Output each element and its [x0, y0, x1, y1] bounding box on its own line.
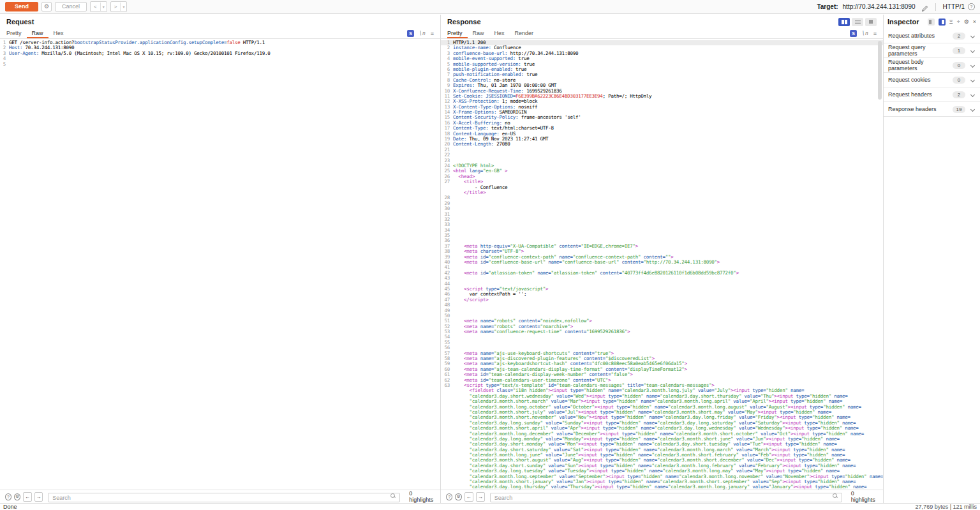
request-tab-list: PrettyRawHex [6, 30, 69, 38]
chevron-down-icon [970, 107, 975, 111]
search-prev-button[interactable]: ← [23, 492, 32, 502]
search-input[interactable] [490, 493, 842, 502]
syntax-highlight-icon[interactable]: S [407, 30, 414, 37]
inspector-panel: Inspector Ξ ÷ ⚙ × Request attributes2Req… [884, 15, 980, 503]
http-version-selector[interactable]: HTTP/1 [943, 3, 965, 10]
search-settings-icon[interactable]: ⚙ [14, 493, 20, 500]
code-line: 49 [441, 308, 883, 313]
prev-icon: < [91, 3, 101, 11]
request-editor[interactable]: 1GET /server-info.action?bootstrapStatus… [0, 39, 440, 490]
layout-columns-button[interactable] [838, 18, 850, 26]
inspector-section-label: Request cookies [888, 77, 953, 83]
inspector-dock-right-icon[interactable] [939, 19, 946, 26]
send-button[interactable]: Send [5, 2, 38, 11]
response-panel-title: Response [447, 18, 481, 26]
response-editor[interactable]: 1HTTP/1.1 2002instance-name: Confluence3… [441, 39, 883, 490]
tab-pretty[interactable]: Pretty [6, 30, 27, 38]
request-panel-title: Request [6, 18, 34, 26]
code-line: 35 [441, 233, 883, 238]
inspector-section-request-body-parameters[interactable]: Request body parameters0 [884, 58, 980, 73]
line-number [441, 426, 450, 431]
inspector-section-request-cookies[interactable]: Request cookies0 [884, 73, 980, 87]
prev-request-button[interactable]: < ▾ [90, 1, 107, 12]
help-icon[interactable]: ? [968, 3, 975, 10]
tab-render[interactable]: Render [510, 30, 539, 38]
line-number [441, 388, 450, 393]
inspector-section-request-headers[interactable]: Request headers2 [884, 87, 980, 102]
target-url: http://70.34.244.131:8090 [843, 3, 916, 10]
send-settings-button[interactable]: ⚙ [41, 2, 52, 11]
code-line: 32 [441, 217, 883, 222]
code-line: 46 var contextPath = ''; [441, 292, 883, 297]
nonprintable-chars-icon[interactable]: \n [419, 31, 426, 36]
code-line: 55 [441, 340, 883, 345]
line-number [441, 405, 450, 410]
inspector-section-request-attributes[interactable]: Request attributes2 [884, 29, 980, 43]
code-line: 4 [0, 56, 440, 61]
inspector-header: Inspector Ξ ÷ ⚙ × [884, 15, 980, 29]
inspector-section-request-query-parameters[interactable]: Request query parameters1 [884, 43, 980, 58]
search-settings-icon[interactable]: ⚙ [455, 493, 461, 500]
magnifier-icon [833, 493, 837, 498]
tab-hex[interactable]: Hex [489, 30, 510, 38]
tab-hex[interactable]: Hex [48, 30, 69, 38]
chevron-down-icon [970, 77, 975, 82]
inspector-section-response-headers[interactable]: Response headers19 [884, 102, 980, 117]
request-search-bar: ? ⚙ ← → 0 highlights [0, 490, 440, 503]
status-text: Done [3, 504, 17, 510]
search-next-button[interactable]: → [476, 492, 485, 502]
edit-target-icon[interactable] [921, 3, 928, 10]
code-line: 25<html lang="en-GB" > [441, 169, 883, 174]
line-number [441, 185, 450, 190]
inspector-section-label: Response headers [888, 106, 953, 112]
chevron-down-icon[interactable]: ▾ [101, 4, 107, 9]
code-line: 5 [0, 62, 440, 67]
layout-rows-button[interactable] [852, 18, 863, 26]
response-stats: 27,769 bytes | 121 millis [916, 504, 977, 510]
target-label: Target: [817, 3, 838, 10]
next-icon: > [111, 3, 121, 11]
next-request-button[interactable]: > ▾ [110, 1, 128, 12]
inspector-close-icon[interactable]: × [973, 19, 976, 26]
code-line: 34 [441, 228, 883, 233]
line-number [441, 442, 450, 447]
request-editor-icons: S \n ≡ [407, 30, 434, 38]
chevron-down-icon [970, 63, 975, 67]
line-number: 27 [441, 179, 450, 184]
search-help-icon[interactable]: ? [5, 493, 11, 500]
count-badge: 2 [953, 33, 965, 40]
chevron-down-icon[interactable]: ▾ [121, 4, 126, 9]
main-area: Request PrettyRawHex S \n ≡ 1GET /server… [0, 15, 980, 503]
code-line: 30 [441, 206, 883, 211]
nonprintable-chars-icon[interactable]: \n [862, 31, 868, 36]
count-badge: 19 [953, 106, 965, 113]
layout-single-button[interactable] [865, 18, 877, 26]
highlights-count: 0 highlights [851, 490, 878, 503]
search-help-icon[interactable]: ? [446, 493, 452, 500]
search-prev-button[interactable]: ← [464, 492, 473, 502]
line-number [441, 469, 450, 474]
tab-raw[interactable]: Raw [468, 30, 489, 38]
highlights-count: 0 highlights [409, 490, 435, 503]
response-search-bar: ? ⚙ ← → 0 highlights [441, 490, 883, 503]
cancel-button[interactable]: Cancel [55, 2, 87, 11]
response-tab-list: PrettyRawHexRender [447, 30, 538, 38]
inspector-settings-icon[interactable]: ⚙ [964, 19, 969, 26]
line-number [441, 474, 450, 479]
response-scrollbar[interactable] [878, 41, 882, 100]
collapse-all-icon[interactable]: Ξ [949, 19, 953, 26]
code-line: 43 [441, 276, 883, 281]
editor-menu-icon[interactable]: ≡ [873, 31, 877, 37]
tab-raw[interactable]: Raw [27, 30, 48, 38]
code-line: 28 [441, 195, 883, 200]
inspector-dock-left-icon[interactable] [928, 19, 935, 26]
status-bar: Done 27,769 bytes | 121 millis [0, 503, 980, 510]
expand-all-icon[interactable]: ÷ [957, 19, 960, 26]
inspector-header-icons: Ξ ÷ ⚙ × [928, 19, 976, 26]
response-title-row: Response [441, 15, 883, 29]
search-input[interactable] [48, 493, 400, 502]
search-next-button[interactable]: → [34, 492, 43, 502]
syntax-highlight-icon[interactable]: S [850, 30, 857, 37]
editor-menu-icon[interactable]: ≡ [431, 31, 434, 37]
tab-pretty[interactable]: Pretty [447, 30, 468, 38]
